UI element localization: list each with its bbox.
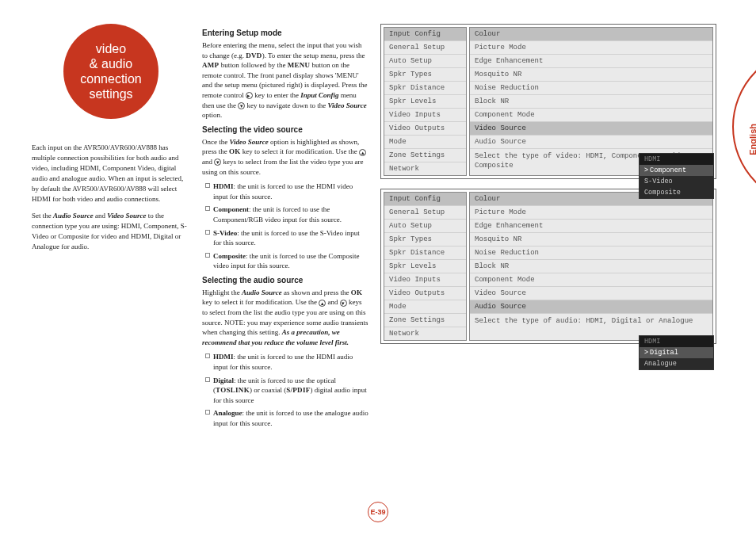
menu-panel-audio: Input ConfigGeneral SetupAuto SetupSpkr … [380, 189, 716, 344]
menu-item: Component Mode [470, 109, 712, 122]
menu-item: Mosquito NR [470, 68, 712, 82]
menu-item: Video Outputs [384, 287, 466, 300]
video-body: Once the Video Source option is highligh… [202, 137, 368, 177]
right-column: Input ConfigGeneral SetupAuto SetupSpkr … [380, 24, 716, 511]
menu-item: Auto Setup [384, 55, 466, 68]
bullet: Composite: the unit is forced to use the… [202, 251, 368, 271]
language-tab: English [732, 48, 756, 206]
bullet-icon [205, 410, 210, 415]
menu-right-list: ColourPicture ModeEdge EnhancementMosqui… [469, 192, 713, 341]
menu-item: Spkr Distance [384, 82, 466, 95]
bullet-icon [205, 377, 210, 382]
menu-item: Block NR [470, 95, 712, 109]
popup-option: HDMI [640, 336, 713, 347]
menu-item: Video Outputs [384, 122, 466, 136]
menu-item: Mosquito NR [470, 233, 712, 246]
popup-option-selected: Component [640, 165, 713, 176]
menu-item: Component Mode [470, 273, 712, 287]
bullet-icon [205, 230, 210, 235]
bullet-icon [205, 253, 210, 258]
menu-item: Video Inputs [384, 273, 466, 287]
popup-option-selected: Digital [640, 347, 713, 358]
menu-left-list: Input ConfigGeneral SetupAuto SetupSpkr … [384, 27, 467, 176]
menu-item: Colour [470, 28, 712, 41]
popup-option: HDMI [640, 154, 713, 165]
bullet: Analogue: the unit is forced to use the … [202, 408, 368, 428]
menu-item: Input Config [384, 193, 466, 206]
menu-item: Block NR [470, 260, 712, 273]
up-key-icon: ▴ [359, 149, 366, 156]
menu-item: Picture Mode [470, 41, 712, 55]
bullet: S-Video: the unit is forced to use the S… [202, 228, 368, 248]
heading-audio: Selecting the audio source [202, 276, 368, 285]
audio-bullets: HDMI: the unit is forced to use the HDMI… [202, 352, 368, 428]
menu-item: Audio Source [470, 300, 712, 313]
bullet: Component: the unit is forced to use the… [202, 204, 368, 224]
popup-option: Analogue [640, 358, 713, 369]
menu-panel-video: Input ConfigGeneral SetupAuto SetupSpkr … [380, 24, 716, 179]
down-key-icon: ▾ [238, 102, 245, 109]
bullet-icon [205, 183, 210, 188]
menu-item: Mode [384, 300, 466, 314]
page-number: E-39 [368, 502, 388, 522]
popup-option: Composite [640, 187, 713, 198]
left-column: video & audio connection settings Each i… [32, 24, 190, 511]
menu-right-list: ColourPicture ModeEdge EnhancementMosqui… [469, 27, 713, 176]
middle-column: Entering Setup mode Before entering the … [202, 24, 368, 511]
audio-source-popup: HDMI Digital Analogue [639, 335, 714, 370]
bullet-icon [205, 206, 210, 211]
heading-video: Selecting the video source [202, 125, 368, 134]
intro-p1: Each input on the AVR500/AVR600/AV888 ha… [32, 143, 190, 204]
up-key-icon: ▴ [319, 300, 326, 307]
bullet: Digital: the unit is forced to use the o… [202, 376, 368, 406]
menu-item: Video Source [470, 287, 712, 300]
menu-item: Video Source [470, 122, 712, 136]
menu-item: Auto Setup [384, 220, 466, 233]
video-bullets: HDMI: the unit is forced to use the HDMI… [202, 182, 368, 271]
popup-option: S-Video [640, 176, 713, 187]
intro-text: Each input on the AVR500/AVR600/AV888 ha… [32, 143, 190, 252]
bullet-icon [205, 353, 210, 358]
menu-item: Spkr Distance [384, 246, 466, 260]
bullet: HDMI: the unit is forced to use the HDMI… [202, 352, 368, 372]
menu-item: Mode [384, 136, 466, 149]
menu-item: Input Config [384, 28, 466, 41]
circle-line: video [80, 41, 141, 56]
menu-item: Spkr Levels [384, 260, 466, 273]
menu-item: Picture Mode [470, 206, 712, 220]
menu-left-list: Input ConfigGeneral SetupAuto SetupSpkr … [384, 192, 467, 341]
entering-body: Before entering the menu, select the inp… [202, 40, 368, 120]
bullet: HDMI: the unit is forced to use the HDMI… [202, 182, 368, 201]
heading-entering: Entering Setup mode [202, 29, 368, 37]
menu-item: Zone Settings [384, 149, 466, 162]
down-key-icon: ▾ [340, 300, 347, 307]
intro-p2: Set the Audio Source and Video Source to… [32, 211, 190, 252]
menu-item: Spkr Types [384, 68, 466, 82]
circle-line: settings [80, 86, 141, 101]
menu-help-text: Select the type of audio: HDMI, Digital … [470, 313, 712, 330]
menu-item: Spkr Levels [384, 95, 466, 109]
circle-line: & audio [80, 56, 141, 71]
menu-item: General Setup [384, 41, 466, 55]
menu-item: Spkr Types [384, 233, 466, 246]
menu-item: General Setup [384, 206, 466, 220]
menu-item: Zone Settings [384, 314, 466, 327]
section-title-circle: video & audio connection settings [63, 24, 158, 119]
audio-body: Highlight the Audio Source as shown and … [202, 288, 368, 348]
menu-item: Noise Reduction [470, 82, 712, 95]
menu-item: Edge Enhancement [470, 55, 712, 68]
right-key-icon: ▸ [246, 92, 253, 99]
menu-item: Network [384, 327, 466, 340]
menu-item: Audio Source [470, 136, 712, 148]
down-key-icon: ▾ [214, 159, 221, 166]
menu-item: Noise Reduction [470, 246, 712, 260]
menu-item: Network [384, 162, 466, 175]
circle-line: connection [80, 71, 141, 86]
language-label: English [748, 124, 756, 155]
menu-item: Video Inputs [384, 109, 466, 122]
video-source-popup: HDMI Component S-Video Composite [639, 153, 714, 199]
menu-item: Edge Enhancement [470, 220, 712, 233]
